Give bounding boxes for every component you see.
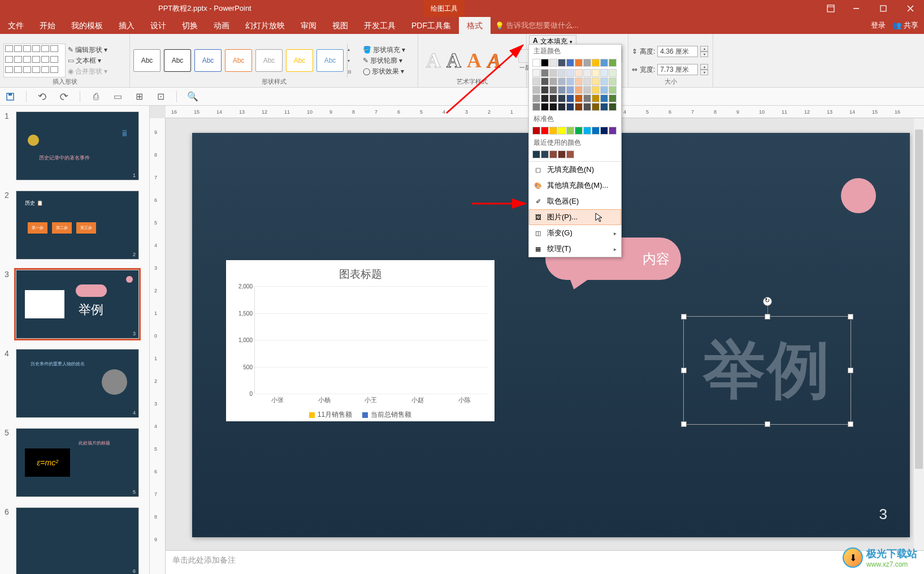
thumbnail-item[interactable]: 55ε=mc²此处填片的标题 [2,428,147,497]
tab-developer[interactable]: 开发工具 [356,17,404,34]
color-swatch[interactable] [558,77,566,85]
maximize-button[interactable] [870,0,897,17]
color-swatch[interactable] [583,59,591,67]
color-swatch[interactable] [600,86,608,94]
color-swatch[interactable] [609,59,617,67]
resize-handle-bl[interactable] [681,421,687,427]
resize-handle-tr[interactable] [848,314,853,320]
color-swatch[interactable] [583,103,591,111]
thumbnail-item[interactable]: 33举例 [2,270,147,339]
color-swatch[interactable] [532,127,540,135]
color-swatch[interactable] [541,59,549,67]
color-swatch[interactable] [583,94,591,102]
color-swatch[interactable] [575,77,583,85]
color-swatch[interactable] [592,127,600,135]
width-down[interactable]: ▾ [700,70,708,75]
color-swatch[interactable] [566,69,574,77]
color-swatch[interactable] [575,86,583,94]
edit-shape-button[interactable]: ✎编辑形状 ▾ [68,45,107,55]
more-colors-item[interactable]: 🎨其他填充颜色(M)... [529,178,621,193]
qat-btn-7[interactable]: ⊡ [155,91,166,102]
color-swatch[interactable] [592,86,600,94]
color-swatch[interactable] [600,103,608,111]
qat-btn-5[interactable]: ▭ [112,91,123,102]
color-swatch[interactable] [558,94,566,102]
style-preset-4[interactable]: Abc [225,49,252,72]
shapes-gallery[interactable] [3,44,66,77]
color-swatch[interactable] [566,94,574,102]
color-swatch[interactable] [532,86,540,94]
color-swatch[interactable] [600,69,608,77]
color-swatch[interactable] [609,77,617,85]
style-preset-6[interactable]: Abc [286,49,313,72]
qat-btn-6[interactable]: ⊞ [133,91,145,102]
height-down[interactable]: ▾ [700,51,708,57]
color-swatch[interactable] [558,103,566,111]
color-swatch[interactable] [541,69,549,77]
rotate-handle[interactable] [763,297,772,306]
tab-file[interactable]: 文件 [0,17,32,34]
tab-transitions[interactable]: 切换 [174,17,206,34]
tab-insert[interactable]: 插入 [111,17,142,34]
eyedropper-item[interactable]: ✐取色器(E) [529,193,621,209]
color-swatch[interactable] [532,59,540,67]
color-swatch[interactable] [566,127,574,135]
login-link[interactable]: 登录 [871,20,886,31]
color-swatch[interactable] [592,69,600,77]
style-preset-2[interactable]: Abc [164,49,191,72]
height-up[interactable]: ▴ [700,46,708,51]
color-swatch[interactable] [575,69,583,77]
minimize-button[interactable] [843,0,870,17]
color-swatch[interactable] [609,94,617,102]
wordart-preset-1[interactable]: A [426,49,441,72]
style-preset-7[interactable]: Abc [316,49,344,72]
tab-pdf[interactable]: PDF工具集 [404,17,459,34]
color-swatch[interactable] [592,59,600,67]
color-swatch[interactable] [566,77,574,85]
resize-handle-br[interactable] [848,421,853,427]
color-swatch[interactable] [575,103,583,111]
color-swatch[interactable] [575,127,583,135]
color-swatch[interactable] [600,59,608,67]
color-swatch[interactable] [566,86,574,94]
resize-handle-bm[interactable] [765,421,770,427]
wordart-preset-2[interactable]: A [446,49,461,72]
color-swatch[interactable] [532,103,540,111]
vertical-scrollbar[interactable] [914,118,924,550]
color-swatch[interactable] [532,77,540,85]
qat-btn-4[interactable]: ⎙ [90,91,102,102]
picture-fill-item[interactable]: 🖼图片(P)... [529,209,621,225]
notes-placeholder[interactable]: 单击此处添加备注 [166,550,924,574]
color-swatch[interactable] [566,59,574,67]
color-swatch[interactable] [558,86,566,94]
share-button[interactable]: 👥 共享 [892,20,918,31]
color-swatch[interactable] [541,86,549,94]
width-input[interactable]: 7.73 厘米 [657,64,698,75]
texture-item[interactable]: ▦纹理(T)▸ [529,241,621,257]
color-swatch[interactable] [609,69,617,77]
no-fill-item[interactable]: ▢无填充颜色(N) [529,162,621,178]
color-swatch[interactable] [549,94,557,102]
height-input[interactable]: 4.36 厘米 [657,46,698,57]
resize-handle-ml[interactable] [681,368,687,373]
color-swatch[interactable] [566,150,574,158]
color-swatch[interactable] [541,77,549,85]
tab-design[interactable]: 设计 [142,17,174,34]
tab-view[interactable]: 视图 [324,17,356,34]
resize-handle-tl[interactable] [681,314,687,320]
tab-templates[interactable]: 我的模板 [63,17,111,34]
color-swatch[interactable] [532,94,540,102]
styles-more-button[interactable]: ▴▾⊟ [347,44,357,77]
qat-btn-8[interactable]: 🔍 [187,91,198,102]
close-button[interactable] [897,0,924,17]
shape-outline-button[interactable]: ✎形状轮廓 ▾ [363,56,405,66]
color-swatch[interactable] [609,86,617,94]
wordart-preset-4[interactable]: A [487,49,501,72]
color-swatch[interactable] [583,69,591,77]
style-preset-1[interactable]: Abc [133,49,160,72]
tell-me-search[interactable]: 💡 告诉我您想要做什么... [495,20,579,31]
merge-shapes-button[interactable]: ◉合并形状 ▾ [68,67,107,76]
redo-button[interactable] [58,91,70,102]
color-swatch[interactable] [600,77,608,85]
color-swatch[interactable] [592,77,600,85]
